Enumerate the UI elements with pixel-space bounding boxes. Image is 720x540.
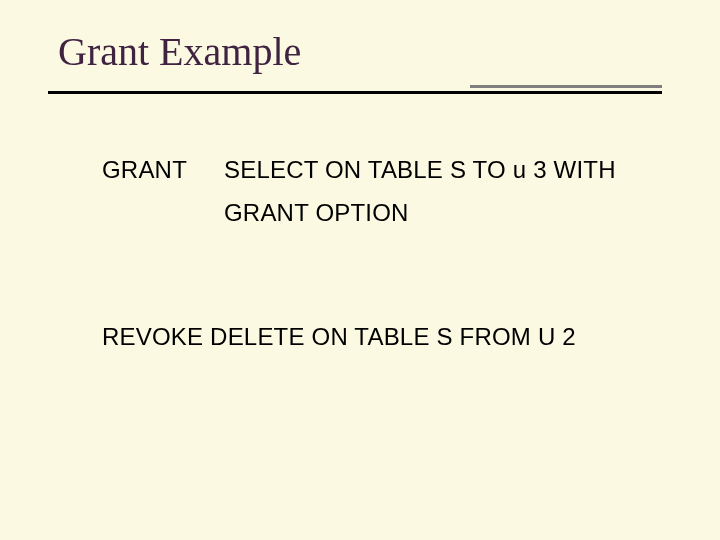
spacer [102,231,660,323]
divider-main [48,91,662,94]
grant-line-2: GRANT OPTION [224,194,660,231]
grant-keyword: GRANT [102,151,224,231]
slide: Grant Example GRANT SELECT ON TABLE S TO… [0,0,720,540]
divider-accent [470,85,662,88]
slide-content: GRANT SELECT ON TABLE S TO u 3 WITH GRAN… [58,151,670,351]
grant-body: SELECT ON TABLE S TO u 3 WITH GRANT OPTI… [224,151,660,231]
revoke-statement: REVOKE DELETE ON TABLE S FROM U 2 [102,323,660,351]
slide-title: Grant Example [58,28,670,75]
grant-line-1: SELECT ON TABLE S TO u 3 WITH [224,151,660,188]
title-divider [58,85,670,105]
grant-statement: GRANT SELECT ON TABLE S TO u 3 WITH GRAN… [102,151,660,231]
